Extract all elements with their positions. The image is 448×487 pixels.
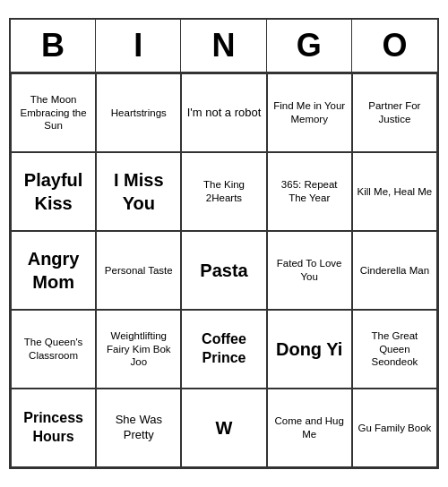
header-letter: O <box>352 20 437 72</box>
bingo-cell: I'm not a robot <box>181 73 266 152</box>
bingo-grid: The Moon Embracing the SunHeartstringsI'… <box>11 73 437 467</box>
bingo-cell: Weightlifting Fairy Kim Bok Joo <box>96 310 181 389</box>
bingo-cell: The Queen's Classroom <box>11 310 96 389</box>
bingo-cell: Find Me in Your Memory <box>267 73 352 152</box>
bingo-cell: 365: Repeat The Year <box>267 152 352 231</box>
header-letter: I <box>96 20 181 72</box>
bingo-cell: Come and Hug Me <box>267 389 352 467</box>
bingo-cell: Heartstrings <box>96 73 181 152</box>
bingo-cell: W <box>181 389 266 467</box>
bingo-cell: Dong Yi <box>267 310 352 389</box>
header-letter: N <box>181 20 266 72</box>
bingo-cell: Partner For Justice <box>352 73 437 152</box>
bingo-cell: The Great Queen Seondeok <box>352 310 437 389</box>
bingo-cell: Playful Kiss <box>11 152 96 231</box>
header-letter: G <box>267 20 352 72</box>
bingo-cell: She Was Pretty <box>96 389 181 467</box>
bingo-cell: Coffee Prince <box>181 310 266 389</box>
bingo-cell: Personal Taste <box>96 231 181 310</box>
bingo-cell: Kill Me, Heal Me <box>352 152 437 231</box>
bingo-cell: I Miss You <box>96 152 181 231</box>
header-letter: B <box>11 20 96 72</box>
bingo-cell: The King 2Hearts <box>181 152 266 231</box>
bingo-cell: Princess Hours <box>11 389 96 467</box>
bingo-cell: Fated To Love You <box>267 231 352 310</box>
bingo-card: BINGO The Moon Embracing the SunHeartstr… <box>9 18 439 469</box>
bingo-cell: Pasta <box>181 231 266 310</box>
bingo-cell: Angry Mom <box>11 231 96 310</box>
bingo-cell: The Moon Embracing the Sun <box>11 73 96 152</box>
bingo-cell: Cinderella Man <box>352 231 437 310</box>
bingo-header: BINGO <box>11 20 437 73</box>
bingo-cell: Gu Family Book <box>352 389 437 467</box>
